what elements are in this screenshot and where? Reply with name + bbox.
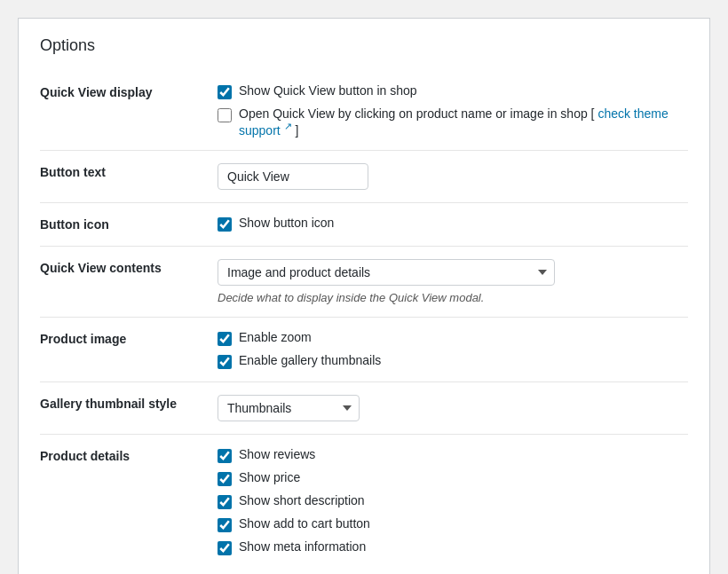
checkbox-row-enable-zoom: Enable zoom [218, 330, 688, 346]
button-text-input[interactable] [218, 163, 368, 190]
checkbox-row-gallery-thumbnails: Enable gallery thumbnails [218, 353, 688, 369]
label-open-qv-click[interactable]: Open Quick View by clicking on product n… [239, 106, 688, 138]
checkbox-show-button-icon[interactable] [218, 217, 232, 232]
checkbox-show-price[interactable] [218, 472, 232, 486]
checkbox-show-add-to-cart[interactable] [218, 518, 232, 532]
label-enable-gallery[interactable]: Enable gallery thumbnails [239, 353, 381, 367]
control-button-text [218, 150, 688, 202]
options-panel: Options Quick View display Show Quick Vi… [18, 18, 710, 574]
select-gallery-thumbnail-style[interactable]: Thumbnails Slider None [218, 395, 360, 421]
label-show-price[interactable]: Show price [239, 470, 300, 484]
checkbox-row-show-meta: Show meta information [218, 539, 688, 555]
open-qv-text: Open Quick View by clicking on product n… [239, 106, 595, 121]
label-product-image: Product image [40, 317, 218, 381]
page-title: Options [40, 36, 688, 55]
label-show-qv-button[interactable]: Show Quick View button in shop [239, 83, 417, 98]
row-quick-view-contents: Quick View contents Image and product de… [40, 246, 688, 317]
label-show-reviews[interactable]: Show reviews [239, 447, 315, 461]
checkbox-enable-gallery[interactable] [218, 355, 232, 369]
checkbox-show-meta-information[interactable] [218, 541, 232, 555]
checkbox-row-show-add-to-cart: Show add to cart button [218, 516, 688, 532]
checkbox-row-show-price: Show price [218, 470, 688, 486]
checkbox-row-show-short-desc: Show short description [218, 493, 688, 509]
control-product-image: Enable zoom Enable gallery thumbnails [218, 317, 688, 381]
row-product-details: Product details Show reviews Show price … [40, 434, 688, 568]
row-product-image: Product image Enable zoom Enable gallery… [40, 317, 688, 381]
checkbox-row-show-button: Show Quick View button in shop [218, 83, 688, 99]
label-button-text: Button text [40, 150, 218, 202]
control-button-icon: Show button icon [218, 202, 688, 246]
checkbox-show-short-description[interactable] [218, 495, 232, 509]
select-quick-view-contents[interactable]: Image and product details Image only Pro… [218, 259, 555, 286]
suffix-text: ] [295, 123, 298, 138]
control-quick-view-display: Show Quick View button in shop Open Quic… [218, 71, 688, 150]
checkbox-enable-zoom[interactable] [218, 332, 232, 346]
checkbox-open-qv-click[interactable] [218, 108, 232, 122]
label-product-details: Product details [40, 434, 218, 568]
checkbox-show-qv-button[interactable] [218, 85, 232, 99]
checkbox-show-reviews[interactable] [218, 449, 232, 463]
label-show-short-description[interactable]: Show short description [239, 493, 365, 507]
label-quick-view-display: Quick View display [40, 71, 218, 150]
settings-table: Quick View display Show Quick View butto… [40, 71, 688, 568]
row-quick-view-display: Quick View display Show Quick View butto… [40, 71, 688, 150]
checkbox-row-show-reviews: Show reviews [218, 447, 688, 463]
control-gallery-thumbnail-style: Thumbnails Slider None [218, 381, 688, 434]
label-gallery-thumbnail-style: Gallery thumbnail style [40, 381, 218, 434]
control-product-details: Show reviews Show price Show short descr… [218, 434, 688, 568]
label-quick-view-contents: Quick View contents [40, 246, 218, 317]
label-show-button-icon[interactable]: Show button icon [239, 216, 334, 230]
label-show-add-to-cart[interactable]: Show add to cart button [239, 516, 370, 531]
help-text-contents: Decide what to display inside the Quick … [218, 291, 688, 304]
label-show-meta-information[interactable]: Show meta information [239, 539, 366, 554]
row-gallery-thumbnail-style: Gallery thumbnail style Thumbnails Slide… [40, 381, 688, 434]
checkbox-row-button-icon: Show button icon [218, 216, 688, 232]
row-button-text: Button text [40, 150, 688, 202]
label-button-icon: Button icon [40, 202, 218, 246]
external-link-icon: ↗ [284, 121, 292, 131]
label-enable-zoom[interactable]: Enable zoom [239, 330, 312, 344]
row-button-icon: Button icon Show button icon [40, 202, 688, 246]
checkbox-row-open-qv: Open Quick View by clicking on product n… [218, 106, 688, 138]
control-quick-view-contents: Image and product details Image only Pro… [218, 246, 688, 317]
